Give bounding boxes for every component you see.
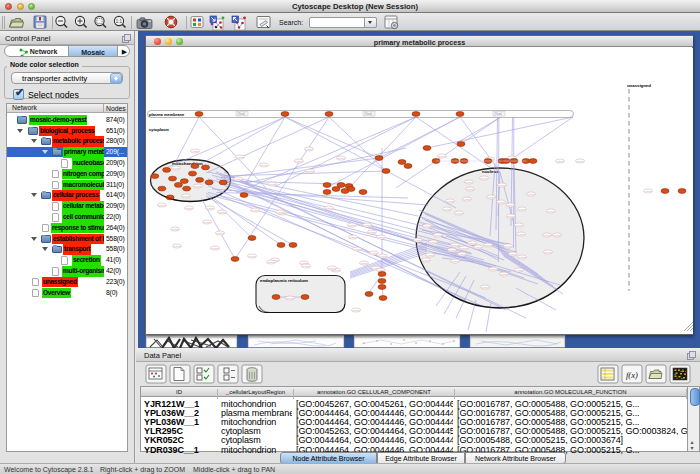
svg-text:unassigned: unassigned — [627, 83, 651, 88]
svg-text:(Yxxxx): (Yxxxx) — [517, 233, 525, 236]
svg-text:(Yxxxx): (Yxxxx) — [497, 201, 505, 204]
svg-text:(Yxxxx): (Yxxxx) — [305, 148, 313, 151]
svg-text:(Yxxxx): (Yxxxx) — [349, 236, 357, 239]
svg-text:(Yxxxx): (Yxxxx) — [377, 236, 385, 239]
svg-text:(Yxxxx): (Yxxxx) — [451, 244, 459, 247]
svg-text:(Yxxxx): (Yxxxx) — [302, 265, 310, 268]
svg-text:plasma membrane: plasma membrane — [149, 112, 185, 117]
svg-text:(Yxxxx): (Yxxxx) — [543, 234, 551, 237]
svg-text:(Yxxxx): (Yxxxx) — [463, 198, 471, 201]
svg-text:(Yxxxx): (Yxxxx) — [500, 273, 508, 276]
svg-text:(Yxxxx): (Yxxxx) — [173, 245, 181, 248]
svg-text:(Yxxx): (Yxxx) — [365, 112, 372, 116]
svg-text:(Yxxxx): (Yxxxx) — [414, 239, 422, 242]
svg-text:(Yxxxx): (Yxxxx) — [504, 245, 512, 248]
svg-text:(Yxxxx): (Yxxxx) — [286, 297, 294, 300]
svg-text:(Yxxxx): (Yxxxx) — [236, 156, 244, 159]
svg-text:(Yxxxx): (Yxxxx) — [518, 208, 526, 211]
svg-text:(Yxxxx): (Yxxxx) — [438, 155, 446, 158]
svg-text:(Yxxxx): (Yxxxx) — [506, 204, 514, 207]
svg-text:(Yxxxx): (Yxxxx) — [379, 255, 387, 258]
svg-text:(Yxxxx): (Yxxxx) — [451, 260, 459, 263]
svg-text:1:1: 1:1 — [116, 19, 123, 24]
svg-text:(Yxxxx): (Yxxxx) — [480, 177, 488, 180]
svg-text:(Yxxxx): (Yxxxx) — [206, 207, 214, 210]
svg-text:(Yxxxx): (Yxxxx) — [487, 196, 495, 199]
svg-text:(Yxxxx): (Yxxxx) — [481, 286, 489, 289]
svg-text:(Yxxxx): (Yxxxx) — [466, 188, 474, 191]
svg-text:(Yxxxx): (Yxxxx) — [295, 160, 303, 163]
svg-text:(Yxxxx): (Yxxxx) — [443, 208, 451, 211]
svg-text:(Yxxxx): (Yxxxx) — [158, 204, 166, 207]
svg-text:endoplasmic reticulum: endoplasmic reticulum — [260, 278, 308, 283]
svg-text:(Yxxxx): (Yxxxx) — [448, 249, 456, 252]
svg-text:(Yxxxx): (Yxxxx) — [446, 200, 454, 203]
svg-text:(Yxxxx): (Yxxxx) — [171, 228, 179, 231]
svg-text:(Yxxxx): (Yxxxx) — [211, 247, 219, 250]
svg-text:(Yxxxx): (Yxxxx) — [429, 241, 437, 244]
svg-text:(Yxxxx): (Yxxxx) — [260, 164, 268, 167]
svg-text:(Yxxxx): (Yxxxx) — [644, 190, 652, 193]
svg-text:(Yxxxx): (Yxxxx) — [423, 225, 431, 228]
svg-text:(Yxxxx): (Yxxxx) — [434, 234, 442, 237]
svg-text:(Yxxxx): (Yxxxx) — [547, 210, 555, 213]
svg-text:(Yxxxx): (Yxxxx) — [352, 309, 360, 312]
svg-text:(Yxxxx): (Yxxxx) — [363, 224, 371, 227]
svg-text:(Yxxxx): (Yxxxx) — [544, 251, 552, 254]
svg-text:(Yxxxx): (Yxxxx) — [507, 215, 515, 218]
svg-text:(Yxxxx): (Yxxxx) — [182, 195, 190, 198]
svg-text:(Yxxxx): (Yxxxx) — [218, 211, 226, 214]
svg-text:(Yxxxx): (Yxxxx) — [267, 261, 275, 264]
svg-text:(Yxxxx): (Yxxxx) — [518, 256, 526, 259]
svg-text:(Yxxxx): (Yxxxx) — [527, 193, 535, 196]
svg-text:(Yxxxx): (Yxxxx) — [306, 170, 314, 173]
svg-text:(Yxxxx): (Yxxxx) — [515, 224, 523, 227]
svg-text:(Yxxxx): (Yxxxx) — [328, 267, 336, 270]
svg-text:(Yxxxx): (Yxxxx) — [556, 160, 564, 163]
svg-text:(Yxxxx): (Yxxxx) — [248, 255, 256, 258]
svg-text:cytoplasm: cytoplasm — [149, 127, 169, 132]
svg-text:(Yxxxx): (Yxxxx) — [460, 247, 468, 250]
svg-text:(Yxxxx): (Yxxxx) — [422, 259, 430, 262]
svg-text:(Yxxxx): (Yxxxx) — [325, 207, 333, 210]
svg-text:(Yxxxx): (Yxxxx) — [468, 242, 476, 245]
svg-text:f(x): f(x) — [626, 370, 638, 380]
svg-text:(Yxxxx): (Yxxxx) — [172, 167, 180, 170]
svg-text:(Yxxxx): (Yxxxx) — [553, 234, 561, 237]
svg-text:(Yxxxx): (Yxxxx) — [465, 181, 473, 184]
svg-text:(Yxxxx): (Yxxxx) — [576, 160, 584, 163]
svg-text:(Yxxx): (Yxxx) — [495, 112, 502, 116]
svg-text:(Yxxxx): (Yxxxx) — [337, 157, 345, 160]
svg-text:(Yxxxx): (Yxxxx) — [268, 183, 276, 186]
svg-text:(Yxxxx): (Yxxxx) — [234, 178, 242, 181]
svg-text:(Yxxxx): (Yxxxx) — [458, 253, 466, 256]
svg-text:(Yxxxx): (Yxxxx) — [498, 184, 506, 187]
svg-text:(Yxxxx): (Yxxxx) — [185, 207, 193, 210]
svg-text:(Yxxxx): (Yxxxx) — [203, 221, 211, 224]
svg-text:(Yxxxx): (Yxxxx) — [484, 244, 492, 247]
svg-text:(Yxxx): (Yxxx) — [238, 112, 245, 116]
svg-text:(Yxxxx): (Yxxxx) — [251, 209, 259, 212]
svg-text:(Yxxxx): (Yxxxx) — [360, 262, 368, 265]
svg-text:(Yxxxx): (Yxxxx) — [348, 224, 356, 227]
svg-text:(Yxxxx): (Yxxxx) — [216, 232, 224, 235]
svg-text:(Yxxxx): (Yxxxx) — [489, 268, 497, 271]
svg-text:(Yxxxx): (Yxxxx) — [368, 231, 376, 234]
svg-text:(Yxxxx): (Yxxxx) — [474, 246, 482, 249]
svg-text:(Yxxxx): (Yxxxx) — [191, 150, 199, 153]
svg-text:(Yxxxx): (Yxxxx) — [370, 252, 378, 255]
svg-text:(Yxxxx): (Yxxxx) — [353, 248, 361, 251]
svg-text:(Yxxxx): (Yxxxx) — [515, 269, 523, 272]
svg-text:(Yxxxx): (Yxxxx) — [276, 211, 284, 214]
svg-text:(Yxxxx): (Yxxxx) — [194, 185, 202, 188]
svg-text:(Yxxxx): (Yxxxx) — [509, 253, 517, 256]
svg-text:(Yxxxx): (Yxxxx) — [455, 212, 463, 215]
svg-text:(Yxxxx): (Yxxxx) — [426, 254, 434, 257]
